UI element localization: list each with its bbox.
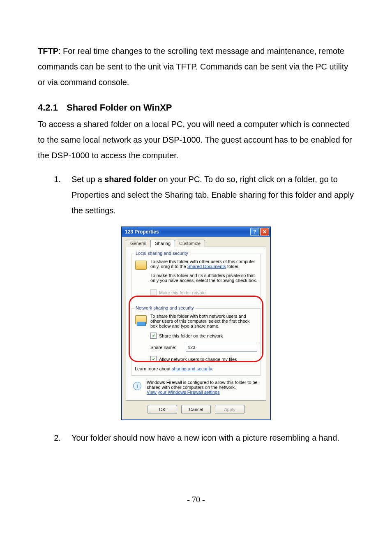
tftp-paragraph: TFTP: For real time changes to the scrol… <box>38 43 354 90</box>
apply-button: Apply <box>215 405 244 414</box>
section-intro: To access a shared folder on a local PC,… <box>38 116 354 163</box>
section-heading: 4.2.1Shared Folder on WinXP <box>38 102 354 113</box>
learn-more-text: Learn more about sharing and security. <box>135 366 257 371</box>
allow-change-checkbox[interactable]: ✔ <box>150 356 157 362</box>
network-folder-icon <box>135 314 147 326</box>
group-network-legend: Network sharing and security <box>134 305 196 310</box>
page-number: - 70 - <box>38 495 354 504</box>
local-share-text-1: To share this folder with other users of… <box>150 259 257 269</box>
step-2-number: 2. <box>38 430 71 446</box>
group-local-legend: Local sharing and security <box>134 251 190 256</box>
step-2-text: Your folder should now have a new icon w… <box>71 430 354 446</box>
group-network-sharing: Network sharing and security To share th… <box>131 308 261 376</box>
properties-dialog: 123 Properties ? ✕ General Sharing Custo… <box>121 226 271 420</box>
step-1-bold: shared folder <box>104 175 157 184</box>
make-private-label: Make this folder private <box>159 290 206 295</box>
tftp-text: : For real time changes to the scrolling… <box>38 46 348 87</box>
close-button[interactable]: ✕ <box>260 228 269 236</box>
ok-button[interactable]: OK <box>148 405 177 414</box>
sharing-security-link[interactable]: sharing and security <box>172 366 212 371</box>
share-network-label: Share this folder on the network <box>159 333 223 338</box>
tftp-label: TFTP <box>38 46 58 55</box>
section-number: 4.2.1 <box>38 102 67 113</box>
dialog-titlebar[interactable]: 123 Properties ? ✕ <box>122 227 270 237</box>
allow-change-label: Allow network users to change my files <box>159 357 237 362</box>
cancel-button[interactable]: Cancel <box>181 405 211 414</box>
share-network-checkbox[interactable]: ✔ <box>150 333 157 339</box>
folder-icon <box>135 259 147 271</box>
tab-general[interactable]: General <box>126 240 151 247</box>
dialog-title: 123 Properties <box>125 229 159 235</box>
step-1-text-a: Set up a <box>71 175 104 184</box>
help-button[interactable]: ? <box>250 228 259 236</box>
network-share-text: To share this folder with both network u… <box>150 314 257 328</box>
tab-customize[interactable]: Customize <box>175 240 205 247</box>
firewall-row: i Windows Firewall is configured to allo… <box>131 380 261 395</box>
info-icon: i <box>131 380 143 392</box>
group-local-sharing: Local sharing and security To share this… <box>131 254 261 304</box>
tab-pane: Local sharing and security To share this… <box>126 247 266 401</box>
step-1-number: 1. <box>38 171 71 218</box>
share-name-input[interactable] <box>186 343 257 352</box>
section-title: Shared Folder on WinXP <box>67 102 172 113</box>
local-share-text-2: To make this folder and its subfolders p… <box>150 273 257 283</box>
step-1: 1. Set up a shared folder on your PC. To… <box>38 171 354 218</box>
firewall-settings-link[interactable]: View your Windows Firewall settings <box>147 390 220 395</box>
step-2: 2. Your folder should now have a new ico… <box>38 430 354 446</box>
tab-sharing[interactable]: Sharing <box>150 240 175 247</box>
share-name-label: Share name: <box>150 345 182 350</box>
make-private-checkbox <box>150 289 157 296</box>
firewall-text: Windows Firewall is configured to allow … <box>147 380 258 390</box>
shared-documents-link[interactable]: Shared Documents <box>187 264 226 269</box>
